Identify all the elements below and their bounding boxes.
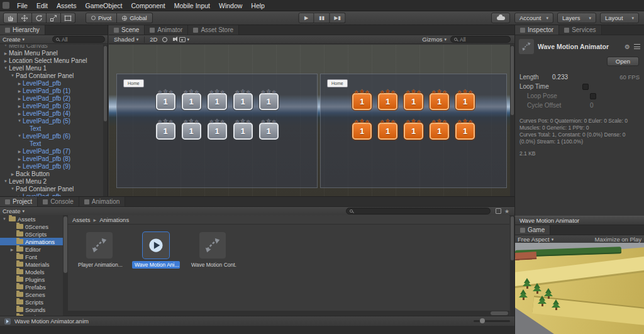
scrollbar-thumb[interactable] xyxy=(511,46,514,115)
hierarchy-item[interactable]: ▶LevelPad_pfb (3) xyxy=(0,102,103,109)
menu-window[interactable]: Window xyxy=(214,1,247,11)
chevron-right-icon[interactable]: ▶ xyxy=(16,104,23,108)
level-pad-button[interactable]: ★★★1 xyxy=(429,119,450,140)
chevron-right-icon[interactable]: ▶ xyxy=(16,81,23,86)
hierarchy-item[interactable]: ▼Level Menu 1 xyxy=(0,64,103,72)
tab-asset-store[interactable]: Asset Store xyxy=(188,25,239,35)
hierarchy-item[interactable]: ▼Level Menu 2 xyxy=(0,177,103,185)
menu-assets[interactable]: Assets xyxy=(52,1,81,11)
hierarchy-item[interactable]: ▶LevelPad_pfb (4) xyxy=(0,109,103,117)
pause-button[interactable]: ▮▮ xyxy=(314,13,330,23)
hierarchy-item[interactable]: ▶LevelPad_pfb (1) xyxy=(0,87,103,94)
project-create-dropdown[interactable]: Create ▾ xyxy=(3,208,25,214)
chevron-right-icon[interactable]: ▶ xyxy=(16,157,23,161)
level-pad-button[interactable]: ★★★1 xyxy=(258,119,279,140)
menu-edit[interactable]: Edit xyxy=(32,1,52,11)
tab-project[interactable]: Project xyxy=(0,197,38,206)
chevron-right-icon[interactable]: ▶ xyxy=(16,89,23,93)
folder-item[interactable]: 0Scenes xyxy=(0,223,63,230)
play-button[interactable]: ▶ xyxy=(299,13,314,23)
menu-mobile-input[interactable]: Mobile Input xyxy=(170,1,214,11)
level-pad-button[interactable]: ★★★1 xyxy=(155,89,176,110)
hierarchy-create-dropdown[interactable]: Create ▾ xyxy=(3,36,25,43)
folder-item[interactable]: Plugins xyxy=(0,276,63,283)
hierarchy-item[interactable]: ▼Pad Container Panel xyxy=(0,185,103,192)
folder-item[interactable]: Scenes xyxy=(0,291,63,298)
level-pad-button[interactable]: ★★★1 xyxy=(180,119,202,140)
preview-header[interactable]: Wave Motion Animator xyxy=(514,216,644,225)
context-menu-icon[interactable] xyxy=(634,44,640,49)
global-toggle-button[interactable]: Global xyxy=(117,13,152,23)
folder-item[interactable]: ▶Editor xyxy=(0,245,63,253)
checkbox[interactable] xyxy=(582,84,589,90)
scene-scrollbar[interactable] xyxy=(510,45,514,196)
favorites-star-icon[interactable]: ★ xyxy=(504,208,509,214)
account-dropdown[interactable]: Account▾ xyxy=(514,13,553,23)
chevron-right-icon[interactable]: ▶ xyxy=(16,111,23,116)
folder-item[interactable]: Font xyxy=(0,253,63,260)
layout-dropdown[interactable]: Layout▾ xyxy=(600,13,639,23)
level-pad-button[interactable]: ★★★1 xyxy=(455,119,476,140)
chevron-down-icon[interactable]: ▼ xyxy=(2,217,7,221)
folder-tree-scrollbar[interactable] xyxy=(63,215,68,316)
menu-gameobject[interactable]: GameObject xyxy=(81,1,127,11)
hierarchy-item[interactable]: ▼Menu Canvas xyxy=(0,45,103,49)
tab-animation[interactable]: Animation xyxy=(79,197,125,206)
folder-item[interactable]: Prefabs xyxy=(0,283,63,291)
level-pad-button[interactable]: ★★★1 xyxy=(155,119,176,140)
tab-scene[interactable]: Scene xyxy=(109,25,145,35)
level-pad-button[interactable]: ★★★1 xyxy=(403,119,425,140)
chevron-down-icon[interactable]: ▼ xyxy=(3,179,9,183)
home-button[interactable]: Home xyxy=(327,79,348,87)
chevron-down-icon[interactable]: ▼ xyxy=(9,187,16,191)
checkbox[interactable] xyxy=(590,93,596,99)
hierarchy-item[interactable]: ▶Location Select Menu Panel xyxy=(0,57,103,64)
project-search-input[interactable] xyxy=(346,208,491,214)
gizmos-dropdown[interactable]: Gizmos ▾ xyxy=(422,36,447,43)
level-pad-button[interactable]: ★★★1 xyxy=(258,89,279,110)
hierarchy-item[interactable]: ▶Back Button xyxy=(0,170,103,177)
2d-toggle-button[interactable]: 2D xyxy=(148,36,159,43)
folder-item[interactable]: ▼Assets xyxy=(0,215,63,223)
level-pad-button[interactable]: ★★★1 xyxy=(377,119,399,140)
audio-icon[interactable] xyxy=(173,38,175,41)
rotate-tool-button[interactable] xyxy=(32,13,47,23)
game-viewport[interactable] xyxy=(515,243,644,334)
hierarchy-scrollbar[interactable] xyxy=(103,45,108,196)
folder-item[interactable]: Materials xyxy=(0,260,63,268)
pivot-toggle-button[interactable]: Pivot xyxy=(86,13,117,23)
hierarchy-item[interactable]: ▼LevelPad_pfb (6) xyxy=(0,132,103,140)
icon-size-slider[interactable] xyxy=(474,320,510,322)
open-button[interactable]: Open xyxy=(607,57,639,66)
scene-search-input[interactable]: All xyxy=(450,36,511,43)
folder-item[interactable]: Animations xyxy=(0,238,63,245)
chevron-down-icon[interactable]: ▾ xyxy=(187,37,189,42)
chevron-down-icon[interactable]: ▼ xyxy=(16,134,23,138)
asset-item[interactable]: Wave Motion Ani... xyxy=(132,232,180,269)
collab-cloud-button[interactable] xyxy=(491,13,510,23)
level-pad-button[interactable]: ★★★1 xyxy=(232,89,253,110)
hierarchy-search-input[interactable]: All xyxy=(52,36,105,43)
tab-game[interactable]: Game xyxy=(515,225,550,235)
asset-item[interactable]: Player Animation... xyxy=(75,232,123,269)
level-pad-button[interactable]: ★★★1 xyxy=(206,119,228,140)
folder-item[interactable]: Sounds xyxy=(0,306,63,313)
layers-dropdown[interactable]: Layers▾ xyxy=(557,13,596,23)
tab-console[interactable]: Console xyxy=(38,197,79,206)
hierarchy-item[interactable]: ▼LevelPad_pfb (5) xyxy=(0,117,103,125)
scrollbar-thumb[interactable] xyxy=(511,216,514,260)
maximize-on-play-toggle[interactable]: Maximize on Play xyxy=(595,236,641,243)
chevron-right-icon[interactable]: ▶ xyxy=(3,58,9,63)
menu-help[interactable]: Help xyxy=(247,1,269,11)
chevron-right-icon[interactable]: ▶ xyxy=(16,96,23,101)
level-pad-button[interactable]: ★★★1 xyxy=(352,119,373,140)
hierarchy-item[interactable]: ▶LevelPad_pfb xyxy=(0,79,103,87)
aspect-dropdown[interactable]: Free Aspect ▾ xyxy=(518,236,553,243)
scrollbar-thumb[interactable] xyxy=(104,46,107,121)
gear-icon[interactable]: ⚙ xyxy=(625,43,630,50)
breadcrumb-item[interactable]: Assets xyxy=(72,216,91,223)
shaded-dropdown[interactable]: Shaded ▾ xyxy=(111,36,141,43)
home-button[interactable]: Home xyxy=(123,79,144,87)
menu-file[interactable]: File xyxy=(13,1,32,11)
scrollbar-thumb[interactable] xyxy=(491,311,508,315)
